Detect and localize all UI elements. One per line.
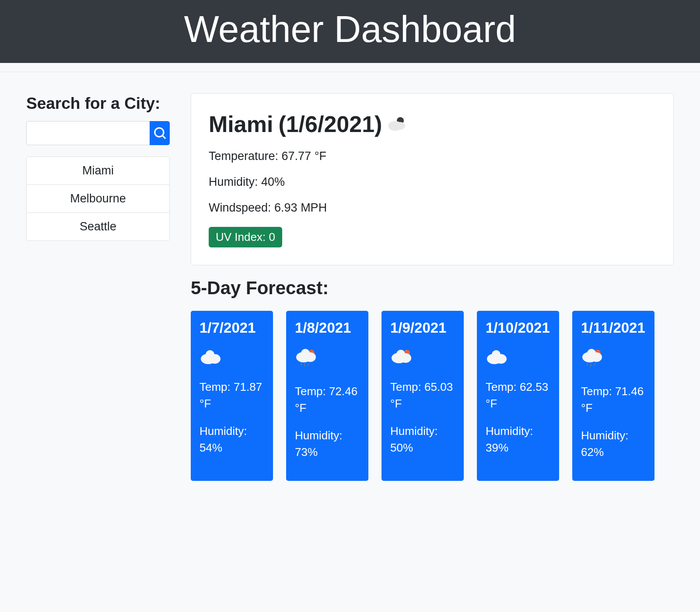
svg-line-25 — [591, 363, 591, 367]
search-label: Search for a City: — [26, 93, 170, 114]
rain-icon — [295, 348, 360, 371]
svg-line-12 — [308, 363, 308, 366]
city-item-seattle[interactable]: Seattle — [26, 213, 170, 241]
forecast-humidity: Humidity: 50% — [390, 423, 455, 456]
clouds-icon — [486, 348, 550, 367]
main: Miami (1/6/2021) Temperature: 67.77 °F H… — [191, 93, 674, 481]
forecast-humidity: Humidity: 54% — [200, 423, 264, 456]
forecast-card: 1/10/2021 Temp: 62.53 °F Humidity: 39% — [477, 311, 559, 481]
svg-line-24 — [587, 363, 588, 366]
current-city: Miami — [209, 111, 273, 137]
current-weather-card: Miami (1/6/2021) Temperature: 67.77 °F H… — [191, 93, 674, 265]
forecast-date: 1/10/2021 — [486, 320, 550, 336]
svg-point-19 — [495, 354, 507, 364]
forecast-date: 1/11/2021 — [581, 320, 646, 336]
search-input[interactable] — [26, 121, 150, 145]
search-button[interactable] — [150, 121, 170, 145]
city-item-miami[interactable]: Miami — [26, 156, 170, 185]
current-humidity: Humidity: 40% — [209, 175, 656, 189]
forecast-temp: Temp: 71.87 °F — [200, 379, 264, 412]
forecast-temp: Temp: 65.03 °F — [390, 379, 455, 412]
current-temp: Temperature: 67.77 °F — [209, 150, 656, 163]
search-icon — [154, 127, 166, 139]
current-date: (1/6/2021) — [278, 111, 382, 137]
svg-line-26 — [594, 363, 595, 366]
sun-cloud-icon — [390, 348, 455, 367]
forecast-humidity: Humidity: 39% — [486, 423, 550, 456]
few-clouds-icon — [387, 111, 407, 137]
sidebar: Search for a City: Miami Melbourne Seatt… — [26, 93, 170, 481]
forecast-humidity: Humidity: 73% — [295, 428, 360, 460]
current-city-heading: Miami (1/6/2021) — [209, 111, 656, 137]
forecast-card: 1/9/2021 Temp: 65.03 °F Humidity: 50% — [382, 311, 464, 481]
forecast-heading: 5-Day Forecast: — [191, 278, 674, 299]
svg-point-5 — [209, 354, 220, 364]
forecast-date: 1/9/2021 — [390, 320, 455, 336]
svg-point-16 — [400, 353, 411, 363]
forecast-temp: Temp: 62.53 °F — [486, 379, 550, 412]
city-item-melbourne[interactable]: Melbourne — [26, 185, 170, 213]
search-box — [26, 121, 170, 145]
forecast-cards: 1/7/2021 Temp: 71.87 °F Humidity: 54% 1/… — [191, 311, 674, 481]
svg-line-11 — [304, 363, 305, 367]
clouds-icon — [200, 348, 264, 367]
svg-point-23 — [591, 352, 602, 362]
uv-index-badge: UV Index: 0 — [209, 227, 282, 247]
forecast-temp: Temp: 71.46 °F — [581, 383, 646, 416]
header: Weather Dashboard — [0, 0, 700, 63]
rain-icon — [581, 348, 646, 371]
svg-line-10 — [301, 363, 301, 366]
forecast-date: 1/8/2021 — [295, 320, 360, 336]
svg-point-9 — [304, 352, 316, 362]
forecast-temp: Temp: 72.46 °F — [295, 383, 360, 416]
forecast-humidity: Humidity: 62% — [581, 428, 646, 460]
forecast-date: 1/7/2021 — [200, 320, 264, 336]
forecast-card: 1/8/2021 Temp: 72.46 °F Humidity: 73% — [286, 311, 368, 481]
current-windspeed: Windspeed: 6.93 MPH — [209, 201, 656, 215]
svg-point-2 — [396, 122, 405, 130]
forecast-card: 1/7/2021 Temp: 71.87 °F Humidity: 54% — [191, 311, 273, 481]
forecast-card: 1/11/2021 Temp: 71.46 °F Humidity: 62% — [572, 311, 654, 481]
page-title: Weather Dashboard — [0, 8, 700, 51]
city-list: Miami Melbourne Seattle — [26, 156, 170, 241]
